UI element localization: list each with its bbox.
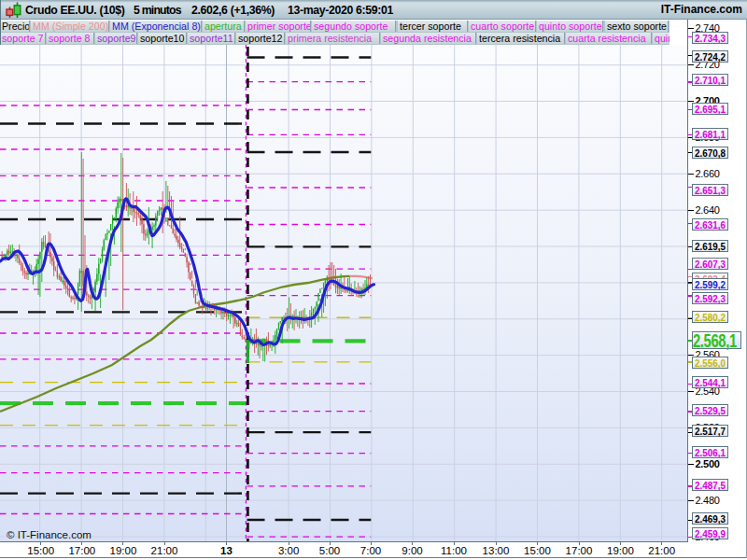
svg-text:© IT-Finance.com: © IT-Finance.com (7, 529, 92, 540)
